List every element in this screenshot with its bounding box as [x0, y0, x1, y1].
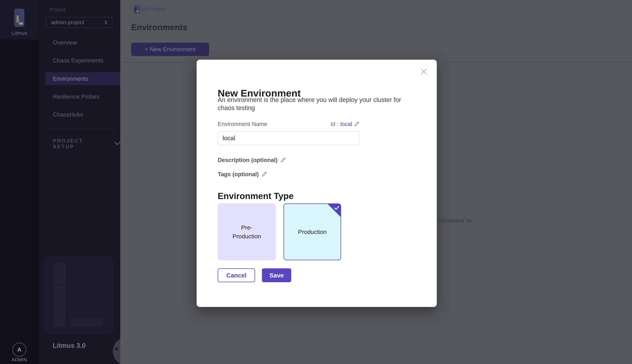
- cancel-button[interactable]: Cancel: [218, 268, 255, 282]
- project-setup-toggle[interactable]: PROJECT SETUP: [53, 138, 120, 150]
- project-name: admin-project: [51, 19, 84, 26]
- modal-description: An environment is the place where you wi…: [218, 96, 432, 112]
- breadcrumb[interactable]: My Project: [140, 6, 166, 12]
- admin-label: ADMIN: [0, 357, 38, 362]
- logo-block: Litmus: [0, 0, 38, 40]
- page-title: Environments: [131, 22, 187, 32]
- skeleton-block: [54, 263, 65, 284]
- project-selector[interactable]: admin-project: [46, 17, 112, 28]
- tags-toggle[interactable]: Tags (optional): [218, 171, 267, 178]
- sidebar-item-overview[interactable]: Overview: [38, 36, 120, 49]
- type-card-production[interactable]: Production: [284, 204, 341, 260]
- empty-state-text-fragment: vironment' to: [438, 217, 472, 224]
- menu-divider: [46, 129, 116, 129]
- version-text: Litmus 3.0: [53, 342, 86, 350]
- type-card-label: Production: [298, 228, 327, 236]
- sidebar-menu: Project admin-project Overview Chaos Exp…: [38, 0, 120, 364]
- litmus-logo-icon: [14, 8, 24, 27]
- sidebar-item-chaos-experiments[interactable]: Chaos Experiments: [38, 54, 120, 67]
- breadcrumb-project-icon: [134, 5, 140, 13]
- project-setup-label: PROJECT SETUP: [53, 138, 105, 150]
- litmus-app: Litmus A ADMIN Project admin-project Ove…: [0, 0, 632, 364]
- sidebar-rail: Litmus A ADMIN: [0, 0, 38, 364]
- new-environment-modal: New Environment An environment is the pl…: [196, 60, 437, 307]
- tags-label: Tags (optional): [218, 171, 259, 178]
- close-icon[interactable]: [420, 68, 428, 76]
- edit-tags-icon: [262, 172, 267, 177]
- check-icon: [334, 206, 339, 210]
- skeleton-block: [54, 285, 65, 327]
- breadcrumb-chevron-icon: [168, 7, 171, 11]
- sidebar-item-environments[interactable]: Environments: [46, 72, 120, 85]
- environment-type-heading: Environment Type: [218, 191, 294, 201]
- environment-name-label: Environment Name: [218, 121, 267, 128]
- environment-name-input[interactable]: [218, 131, 360, 145]
- description-label: Description (optional): [218, 157, 278, 164]
- avatar[interactable]: A: [12, 342, 26, 357]
- modal-description-line1: An environment is the place where you wi…: [218, 96, 432, 104]
- project-label: Project: [49, 6, 66, 12]
- save-button[interactable]: Save: [262, 268, 291, 282]
- edit-description-icon: [280, 157, 286, 163]
- environment-id-group: Id : local: [330, 121, 360, 128]
- logo-text: Litmus: [0, 30, 38, 36]
- environment-name-row: Environment Name Id : local: [218, 121, 360, 128]
- skeleton-block: [70, 318, 102, 327]
- id-label: Id :: [330, 121, 338, 128]
- edit-id-icon[interactable]: [354, 121, 360, 127]
- sidebar-item-chaoshubs[interactable]: ChaosHubs: [38, 108, 120, 121]
- selected-corner-badge: [328, 204, 341, 217]
- id-value: local: [340, 121, 352, 128]
- sidebar-item-resilience-probes[interactable]: Resilience Probes: [38, 90, 120, 103]
- collapse-sidebar-icon: [114, 347, 118, 351]
- sidebar-skeleton-card: [44, 256, 114, 334]
- chevron-down-icon: [114, 142, 120, 146]
- type-card-pre-production[interactable]: Pre-Production: [218, 204, 276, 260]
- description-toggle[interactable]: Description (optional): [218, 157, 286, 164]
- type-card-label: Pre-Production: [230, 223, 264, 240]
- modal-description-line2: chaos testing: [218, 104, 432, 112]
- new-environment-button[interactable]: + New Environment: [131, 43, 209, 56]
- chevron-right-icon: [104, 20, 108, 25]
